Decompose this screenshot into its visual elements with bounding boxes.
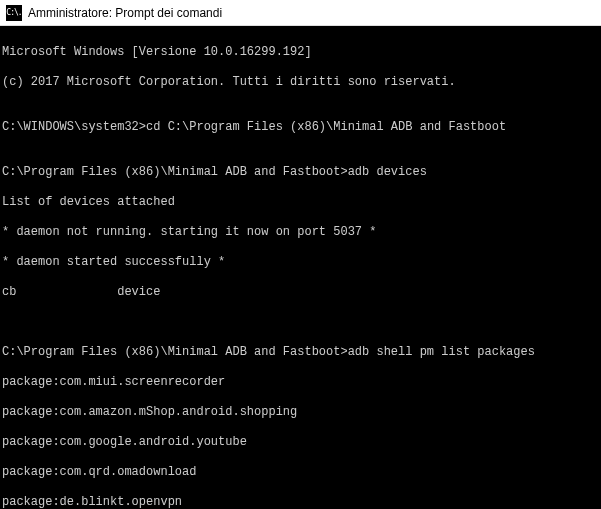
- package-line: package:com.miui.screenrecorder: [2, 375, 599, 390]
- window-titlebar[interactable]: C:\. Amministratore: Prompt dei comandi: [0, 0, 601, 26]
- package-line: package:de.blinkt.openvpn: [2, 495, 599, 509]
- package-line: package:com.amazon.mShop.android.shoppin…: [2, 405, 599, 420]
- cmd-icon: C:\.: [6, 5, 22, 21]
- prompt-line: C:\Program Files (x86)\Minimal ADB and F…: [2, 165, 599, 180]
- prompt-path: C:\WINDOWS\system32>: [2, 120, 146, 134]
- window-title: Amministratore: Prompt dei comandi: [28, 6, 222, 20]
- command-text: cd C:\Program Files (x86)\Minimal ADB an…: [146, 120, 506, 134]
- header-line: Microsoft Windows [Versione 10.0.16299.1…: [2, 45, 599, 60]
- prompt-path: C:\Program Files (x86)\Minimal ADB and F…: [2, 165, 348, 179]
- header-line: (c) 2017 Microsoft Corporation. Tutti i …: [2, 75, 599, 90]
- output-line: cb device: [2, 285, 599, 300]
- prompt-line: C:\WINDOWS\system32>cd C:\Program Files …: [2, 120, 599, 135]
- package-line: package:com.google.android.youtube: [2, 435, 599, 450]
- output-line: List of devices attached: [2, 195, 599, 210]
- command-text: adb devices: [348, 165, 427, 179]
- command-text: adb shell pm list packages: [348, 345, 535, 359]
- output-line: * daemon started successfully *: [2, 255, 599, 270]
- prompt-path: C:\Program Files (x86)\Minimal ADB and F…: [2, 345, 348, 359]
- prompt-line: C:\Program Files (x86)\Minimal ADB and F…: [2, 345, 599, 360]
- package-line: package:com.qrd.omadownload: [2, 465, 599, 480]
- output-line: * daemon not running. starting it now on…: [2, 225, 599, 240]
- terminal-output[interactable]: Microsoft Windows [Versione 10.0.16299.1…: [0, 26, 601, 509]
